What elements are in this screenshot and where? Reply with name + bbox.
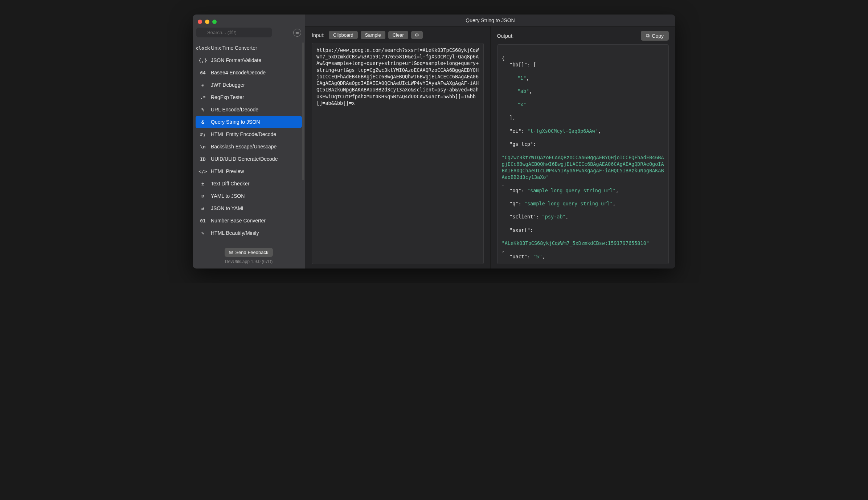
sidebar-item-label: UUID/ULID Generate/Decode [211, 156, 278, 162]
sidebar-item-label: Base64 Encode/Decode [211, 70, 266, 75]
gear-icon: ⚙ [415, 32, 419, 38]
tool-icon: 01 [199, 217, 206, 224]
sidebar-item-label: URL Encode/Decode [211, 107, 258, 112]
output-panel: Output: ⧉ Copy { "bb[]": [ "1", "ab", "x… [490, 26, 676, 269]
mail-icon: ✉ [229, 250, 233, 255]
tool-icon: .* [199, 94, 206, 101]
copy-label: Copy [652, 33, 664, 39]
output-header: Output: ⧉ Copy [497, 31, 669, 41]
tool-icon: </> [199, 168, 206, 175]
sidebar-item-label: Number Base Converter [211, 218, 266, 224]
sidebar-item-label: YAML to JSON [211, 193, 245, 199]
copy-button[interactable]: ⧉ Copy [641, 31, 669, 41]
settings-button[interactable]: ⚙ [411, 31, 423, 39]
input-panel: Input: Clipboard Sample Clear ⚙ https://… [305, 26, 490, 269]
input-label: Input: [312, 32, 324, 38]
sidebar-item[interactable]: </>HTML Preview [196, 165, 302, 177]
tool-list[interactable]: clockUnix Time Converter{,}JSON Format/V… [193, 40, 305, 245]
app-window: 🔍 ☰ clockUnix Time Converter{,}JSON Form… [193, 15, 675, 269]
sidebar-item-label: Unix Time Converter [211, 45, 257, 51]
sidebar-item[interactable]: ±Text Diff Checker [196, 177, 302, 190]
sidebar-item-label: JSON to YAML [211, 205, 245, 211]
sidebar-item[interactable]: ⇄JSON to YAML [196, 202, 302, 214]
sidebar: 🔍 ☰ clockUnix Time Converter{,}JSON Form… [193, 15, 305, 269]
sidebar-item[interactable]: &Query String to JSON [196, 116, 302, 128]
input-textarea[interactable]: https://www.google.com/search?sxsrf=ALeK… [312, 43, 484, 264]
sidebar-footer: ✉ Send Feedback DevUtils.app 1.9.0 (67D) [193, 245, 305, 269]
tool-icon: ✎ [199, 229, 206, 237]
sidebar-item[interactable]: ⇄YAML to JSON [196, 190, 302, 202]
sidebar-item-label: Query String to JSON [211, 119, 260, 125]
sidebar-item[interactable]: ✳JWT Debugger [196, 79, 302, 91]
sidebar-item[interactable]: %URL Encode/Decode [196, 103, 302, 116]
sidebar-scrollbar[interactable] [302, 42, 304, 180]
tool-icon: & [199, 118, 206, 126]
clear-button[interactable]: Clear [388, 31, 408, 39]
filter-button[interactable]: ☰ [293, 29, 301, 37]
sidebar-item-label: HTML Beautify/Minify [211, 230, 259, 236]
sidebar-item[interactable]: #;HTML Entity Encode/Decode [196, 128, 302, 140]
sidebar-item-label: RegExp Tester [211, 94, 244, 100]
tool-icon: % [199, 106, 206, 113]
main-area: Query String to JSON Input: Clipboard Sa… [305, 15, 675, 269]
search-row: 🔍 ☰ [193, 28, 305, 40]
sidebar-item-label: HTML Entity Encode/Decode [211, 131, 276, 137]
close-window-button[interactable] [198, 20, 202, 24]
sidebar-item[interactable]: \nBackslash Escape/Unescape [196, 140, 302, 153]
output-textarea[interactable]: { "bb[]": [ "1", "ab", "x" ], "ei": "l-f… [497, 44, 669, 264]
tool-icon: \n [199, 143, 206, 150]
tool-icon: ⇄ [199, 192, 206, 200]
panels: Input: Clipboard Sample Clear ⚙ https://… [305, 26, 675, 269]
sidebar-item-label: JSON Format/Validate [211, 57, 261, 63]
sidebar-item[interactable]: 64Base64 Encode/Decode [196, 66, 302, 79]
sidebar-item[interactable]: {,}JSON Format/Validate [196, 54, 302, 66]
search-input[interactable] [196, 28, 272, 37]
sidebar-item[interactable]: 01Number Base Converter [196, 214, 302, 227]
tool-icon: ⇄ [199, 205, 206, 212]
maximize-window-button[interactable] [212, 20, 217, 24]
tool-icon: 64 [199, 69, 206, 76]
sidebar-item-label: Backslash Escape/Unescape [211, 144, 277, 149]
tool-icon: ± [199, 180, 206, 187]
version-label: DevUtils.app 1.9.0 (67D) [196, 259, 301, 264]
input-header: Input: Clipboard Sample Clear ⚙ [312, 31, 484, 39]
send-feedback-label: Send Feedback [235, 250, 268, 255]
copy-icon: ⧉ [646, 33, 650, 39]
sidebar-item-label: HTML Preview [211, 168, 244, 174]
sidebar-item[interactable]: .*RegExp Tester [196, 91, 302, 103]
sidebar-item[interactable]: ✎HTML Beautify/Minify [196, 227, 302, 239]
tool-icon: #; [199, 131, 206, 138]
clipboard-button[interactable]: Clipboard [329, 31, 358, 39]
tool-icon: clock [199, 44, 206, 52]
page-title: Query String to JSON [305, 15, 675, 26]
sidebar-item[interactable]: IDUUID/ULID Generate/Decode [196, 153, 302, 165]
sidebar-item[interactable]: clockUnix Time Converter [196, 42, 302, 54]
sidebar-item-label: Text Diff Checker [211, 181, 249, 187]
send-feedback-button[interactable]: ✉ Send Feedback [225, 248, 273, 257]
tool-icon: ✳ [199, 81, 206, 89]
minimize-window-button[interactable] [205, 20, 209, 24]
sample-button[interactable]: Sample [361, 31, 385, 39]
window-controls [193, 15, 305, 28]
tool-icon: ID [199, 155, 206, 163]
output-label: Output: [497, 33, 514, 39]
tool-icon: {,} [199, 57, 206, 64]
sidebar-item-label: JWT Debugger [211, 82, 245, 88]
